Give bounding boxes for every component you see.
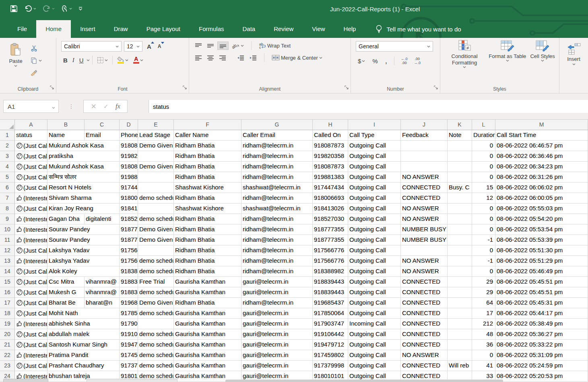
cell-lead-stage[interactable] xyxy=(138,245,174,256)
column-header-E[interactable]: E xyxy=(138,120,174,130)
cell-lead-stage[interactable] xyxy=(138,172,174,183)
enter-icon[interactable]: ✓ xyxy=(103,103,109,110)
column-header-I[interactable]: I xyxy=(348,120,401,130)
cell-status[interactable]: (Just Called xyxy=(15,361,47,371)
cell-called-on[interactable]: 917566776 xyxy=(313,256,348,266)
column-header-G[interactable]: G xyxy=(241,120,313,130)
column-header-A[interactable]: A xyxy=(15,120,47,130)
cell-phone[interactable]: 918839443 xyxy=(120,277,138,287)
cell-phone[interactable]: 917379998 xyxy=(120,361,138,371)
cell-call-type[interactable]: Outgoing Call xyxy=(348,172,401,183)
conditional-formatting-button[interactable]: ≠ Conditional Formatting xyxy=(444,39,485,93)
cell-feedback[interactable]: CONNECTED xyxy=(401,361,448,371)
cell-called-on[interactable]: 918777355 xyxy=(313,235,348,245)
cell-call-start-time[interactable]: 08-06-2022 05:38:49 pm xyxy=(495,319,588,329)
cell-phone[interactable]: 918527030 xyxy=(120,214,138,224)
cell-call-type[interactable]: Outgoing Call xyxy=(348,151,401,162)
cell-call-start-time[interactable]: 08-06-2022 05:55:03 pm xyxy=(495,203,588,214)
cell-phone[interactable]: 918087873 xyxy=(120,162,138,172)
cell-feedback[interactable]: CONNECTED xyxy=(401,287,448,298)
cell-call-type[interactable]: Outgoing Call xyxy=(348,266,401,277)
cell-phone[interactable]: 917566776 xyxy=(120,256,138,266)
cell-note[interactable] xyxy=(448,203,472,214)
cell-called-on[interactable]: 918777355 xyxy=(313,224,348,235)
underline-button[interactable]: U xyxy=(77,56,86,64)
cell-phone[interactable]: 918777355 xyxy=(120,224,138,235)
cell-phone[interactable]: 919106442 xyxy=(120,329,138,340)
cell-header-caller_email[interactable]: Caller Email xyxy=(241,130,313,141)
align-right-button[interactable] xyxy=(217,54,228,62)
cell-status[interactable]: (Just Called xyxy=(15,340,47,350)
cell-email[interactable]: vihanmra@ xyxy=(85,277,120,287)
bold-button[interactable]: B xyxy=(61,56,70,64)
cell-lead-stage[interactable]: Free Trial xyxy=(138,277,174,287)
cell-header-caller_name[interactable]: Caller Name xyxy=(174,130,241,141)
select-all-button[interactable] xyxy=(0,120,15,130)
cell-called-on[interactable]: 918413026 xyxy=(313,203,348,214)
bottom-align-button[interactable] xyxy=(217,42,229,50)
cell-duration[interactable]: 64 xyxy=(472,298,495,308)
cell-name[interactable]: Csc Mitra xyxy=(47,277,85,287)
cell-duration[interactable]: 29 xyxy=(472,277,495,287)
cell-duration[interactable]: 36 xyxy=(472,340,495,350)
tab-formulas[interactable]: Formulas xyxy=(190,20,233,38)
cell-name[interactable]: Mohit Nath xyxy=(47,308,120,319)
cell-called-on[interactable]: 919685437 xyxy=(313,298,348,308)
customize-quick-access-toolbar-button[interactable] xyxy=(76,5,85,12)
percent-style-button[interactable]: % xyxy=(370,57,380,65)
cell-status[interactable]: (Just Called xyxy=(15,203,47,214)
row-header-18[interactable]: 18 xyxy=(0,308,15,319)
italic-button[interactable]: I xyxy=(70,56,76,64)
cell-name[interactable]: Mukund Ashok Kasa xyxy=(47,162,120,172)
cell-caller-email[interactable]: gauri@telecrm.in xyxy=(241,308,313,319)
cell-name[interactable]: Alok Koley xyxy=(47,266,120,277)
tab-home[interactable]: Home xyxy=(36,20,71,38)
column-header-M[interactable]: M xyxy=(495,120,588,130)
merge-center-button[interactable]: Merge & Center xyxy=(270,54,324,62)
cell-note[interactable] xyxy=(448,193,472,203)
cell-called-on[interactable]: 918006693 xyxy=(313,193,348,203)
increase-indent-button[interactable] xyxy=(248,54,258,62)
cancel-icon[interactable]: ✕ xyxy=(91,102,96,111)
cell-call-type[interactable]: Outgoing Call xyxy=(348,340,401,350)
cell-header-feedback[interactable]: Feedback xyxy=(401,130,448,141)
cell-caller-email[interactable]: shashwat@telecrm.in xyxy=(241,183,313,193)
cell-name[interactable]: pratiksha xyxy=(47,151,120,162)
row-header-14[interactable]: 14 xyxy=(0,266,15,277)
column-header-L[interactable]: L xyxy=(472,120,495,130)
cell-call-type[interactable]: Outgoing Call xyxy=(348,245,401,256)
cell-feedback[interactable]: CONNECTED xyxy=(401,329,448,340)
cell-called-on[interactable]: 919881383 xyxy=(313,172,348,183)
cell-call-type[interactable]: Outgoing Call xyxy=(348,214,401,224)
cell-name[interactable]: Prashant Chaudhary xyxy=(47,361,120,371)
cell-status[interactable]: (Just Called xyxy=(15,183,47,193)
cell-call-type[interactable]: Outgoing Call xyxy=(348,141,401,151)
cell-name[interactable]: Gagan Dha xyxy=(47,214,85,224)
cell-call-start-time[interactable]: 08-06-2022 05:36:27 pm xyxy=(495,329,588,340)
cell-caller-name[interactable]: Ridham Bhatia xyxy=(174,162,241,172)
column-header-J[interactable]: J xyxy=(401,120,448,130)
cell-name[interactable]: Santosh Kumar Singh xyxy=(47,340,120,350)
cell-feedback[interactable]: NO ANSWER xyxy=(401,266,448,277)
cell-header-email[interactable]: Email xyxy=(85,130,120,141)
middle-align-button[interactable] xyxy=(205,42,216,50)
cell-call-type[interactable]: Outgoing Call xyxy=(348,329,401,340)
format-as-table-button[interactable]: Format as Table xyxy=(489,39,526,93)
cell-duration[interactable]: 17 xyxy=(472,308,495,319)
cell-note[interactable] xyxy=(448,308,472,319)
cell-name[interactable]: Kiran Joy Reang xyxy=(47,203,120,214)
cell-duration[interactable]: 0 xyxy=(472,224,495,235)
cell-called-on[interactable]: 918087873 xyxy=(313,162,348,172)
cell-call-start-time[interactable]: 08-06-2022 05:51:29 pm xyxy=(495,256,588,266)
column-header-K[interactable]: K xyxy=(448,120,472,130)
tab-review[interactable]: Review xyxy=(264,20,303,38)
cell-feedback[interactable]: CONNECTED xyxy=(401,277,448,287)
cell-caller-email[interactable]: ridham@telecrm.in xyxy=(241,151,313,162)
cell-note[interactable] xyxy=(448,245,472,256)
cell-called-on[interactable]: 917850064 xyxy=(313,308,348,319)
cell-phone[interactable]: 918777355 xyxy=(120,235,138,245)
cell-phone[interactable]: 918388982 xyxy=(120,266,138,277)
cell-caller-email[interactable]: gauri@telecrm.in xyxy=(241,340,313,350)
formula-input[interactable]: status xyxy=(149,100,588,113)
insert-function-icon[interactable]: fx xyxy=(116,103,120,110)
